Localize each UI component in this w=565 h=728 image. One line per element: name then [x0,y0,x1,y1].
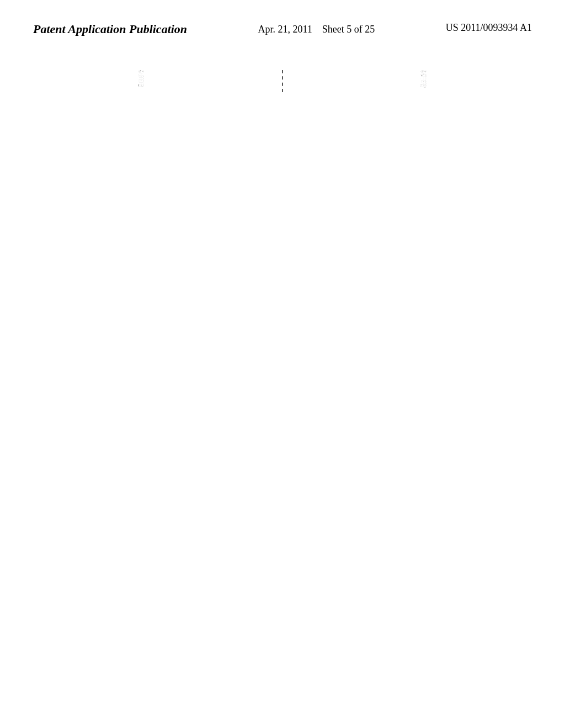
fig1h-diagram: Resource DPU2 p2/n A' 22' 30' 60 50 [282,70,565,92]
svg-rect-80 [421,85,422,86]
n10b-label-h: 10 [425,87,426,88]
svg-rect-2 [140,71,141,72]
n12-label-g: 12 [143,83,144,83]
fig1h-panel: Resource DPU2 p2/n A' 22' 30' 60 50 [282,70,565,92]
n40-label-h: 40 [426,75,427,76]
svg-rect-67 [422,81,426,83]
n65-label-h: 65 [426,78,427,78]
fig1g-diagram: Resource DPU2 p2/n A' 22' 30' 60 50 [0,70,282,92]
n30-label-h: 30 [426,76,427,77]
date: Apr. 21, 2011 [258,24,312,35]
fig1g-panel: Resource DPU2 p2/n A' 22' 30' 60 50 [0,70,282,92]
svg-rect-43 [422,72,422,72]
sheet-info: Apr. 21, 2011 Sheet 5 of 25 [258,22,375,37]
fig1h-label: FIG. 1H [424,87,425,88]
n10b-label-g: 10 [143,87,143,87]
n60-label-h: 60 [426,71,427,71]
svg-rect-3 [139,72,140,72]
content-area: Resource DPU2 p2/n A' 22' 30' 60 50 [0,70,565,92]
svg-line-9 [138,75,139,76]
n15-label-g: 15 [143,81,144,81]
svg-rect-79 [421,85,422,85]
svg-rect-10 [139,75,143,78]
n40-label-g: 40 [143,76,144,77]
n12-label-h: 12 [426,83,427,84]
sheet: Sheet 5 of 25 [322,24,375,35]
svg-rect-33 [138,85,139,85]
fig1g-label: FIG. 1G [141,87,143,87]
page: Patent Application Publication Apr. 21, … [0,0,565,92]
svg-rect-20 [139,80,143,83]
n10-label-g: 10 [143,85,144,85]
n50-label-h: 50 [426,71,427,72]
n50-label-g: 50 [143,71,144,72]
svg-rect-32 [138,84,140,85]
svg-point-31 [141,84,142,85]
n60-label-g: 60 [143,71,144,71]
svg-rect-52 [422,75,422,76]
publication-label: Patent Application Publication [33,22,187,36]
header: Patent Application Publication Apr. 21, … [0,0,565,37]
svg-rect-51 [423,74,424,75]
n15-label-h: 15 [426,81,427,82]
n65-label-g: 65 [143,78,144,79]
n10-label-h: 10 [426,85,427,86]
n30prime-label-h: 30' [420,71,421,72]
n30prime-label-g: 30' [138,71,138,72]
svg-point-78 [423,85,424,86]
n22-label-h: 22 [426,74,427,74]
patent-number: US 2011/0093934 A1 [446,22,532,34]
n85-label-g: 85 [138,74,138,75]
svg-rect-42 [423,71,424,72]
